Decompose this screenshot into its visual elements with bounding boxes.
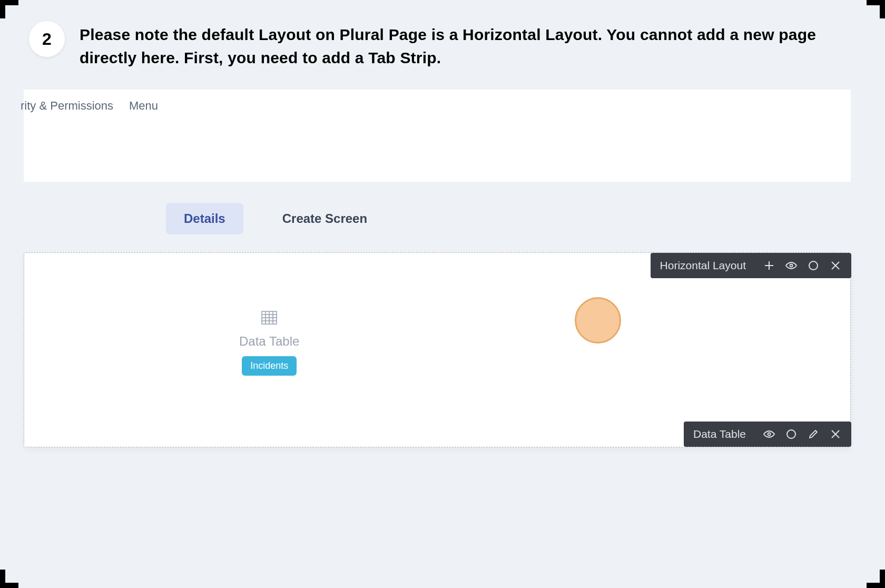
svg-point-2 (790, 264, 793, 267)
tab-details[interactable]: Details (166, 203, 243, 234)
circle-icon[interactable] (785, 428, 798, 440)
layout-canvas[interactable]: Horizontal Layout (24, 252, 851, 447)
svg-point-14 (787, 430, 795, 438)
top-tab-bar: rity & Permissions Menu (24, 90, 851, 182)
close-icon[interactable] (829, 259, 842, 272)
table-icon (261, 311, 277, 327)
datatable-toolbar-label: Data Table (693, 428, 746, 440)
subtab-strip: Details Create Screen (24, 182, 851, 252)
circle-icon[interactable] (807, 259, 820, 272)
data-table-title: Data Table (239, 334, 299, 349)
tab-create-screen[interactable]: Create Screen (264, 203, 385, 234)
plus-icon[interactable] (763, 259, 775, 272)
eye-icon[interactable] (785, 259, 798, 272)
app-frame: rity & Permissions Menu Details Create S… (24, 90, 851, 567)
step-description: Please note the default Layout on Plural… (80, 21, 856, 69)
svg-point-13 (768, 433, 771, 436)
tab-security-permissions[interactable]: rity & Permissions (21, 99, 113, 182)
step-number-badge: 2 (29, 21, 65, 57)
step-header: 2 Please note the default Layout on Plur… (29, 21, 856, 69)
data-table-placeholder[interactable]: Data Table Incidents (239, 311, 299, 376)
edit-icon[interactable] (807, 428, 820, 440)
close-icon[interactable] (829, 428, 842, 440)
highlight-marker (575, 297, 621, 344)
eye-icon[interactable] (763, 428, 775, 440)
layout-toolbar: Horizontal Layout (651, 253, 851, 278)
incidents-chip[interactable]: Incidents (242, 356, 297, 376)
layout-toolbar-label: Horizontal Layout (660, 259, 746, 272)
svg-point-3 (809, 261, 818, 270)
tab-menu[interactable]: Menu (129, 99, 158, 182)
datatable-toolbar: Data Table (684, 422, 851, 447)
